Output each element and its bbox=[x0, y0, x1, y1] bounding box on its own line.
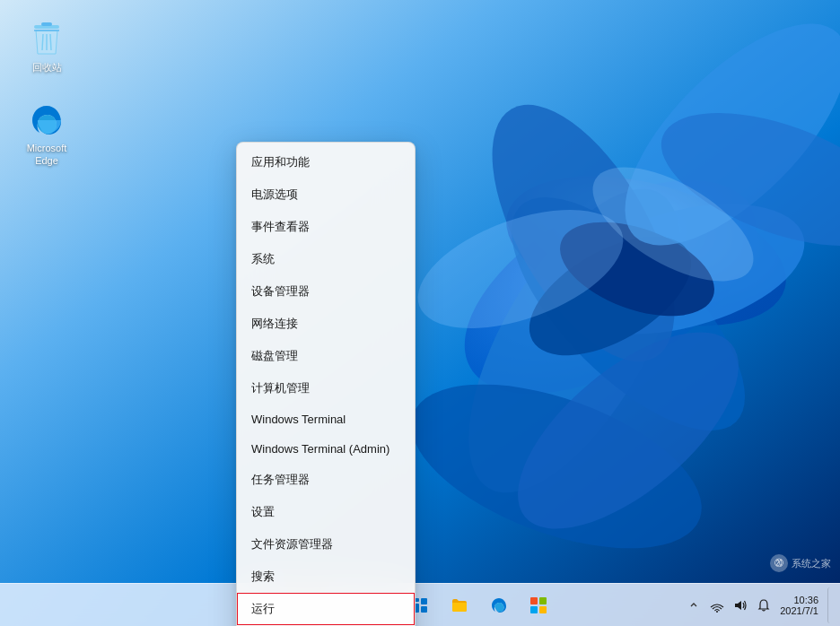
clock-date: 2021/7/1 bbox=[780, 605, 818, 616]
svg-rect-31 bbox=[421, 598, 427, 604]
svg-rect-35 bbox=[539, 597, 547, 604]
svg-line-19 bbox=[50, 34, 51, 50]
edge-label: Microsoft Edge bbox=[18, 142, 75, 168]
menu-item-event-viewer[interactable]: 事件查看器 bbox=[237, 211, 415, 243]
menu-item-search[interactable]: 搜索 bbox=[237, 561, 415, 593]
watermark-logo: ⑳ bbox=[770, 554, 788, 572]
wallpaper bbox=[0, 0, 840, 626]
menu-item-windows-terminal-admin[interactable]: Windows Terminal (Admin) bbox=[237, 434, 415, 464]
desktop: 回收站 Microsoft Edge 应用和功能 电源选项 事件查看器 系统 设… bbox=[0, 0, 840, 626]
svg-rect-33 bbox=[421, 606, 427, 613]
menu-item-file-explorer[interactable]: 文件资源管理器 bbox=[237, 528, 415, 561]
clock-time: 10:36 bbox=[793, 595, 818, 605]
recycle-bin-icon bbox=[29, 22, 65, 57]
watermark: ⑳ 系统之家 bbox=[770, 554, 831, 572]
context-menu: 应用和功能 电源选项 事件查看器 系统 设备管理器 网络连接 磁盘管理 计算机管… bbox=[236, 142, 416, 626]
svg-line-17 bbox=[42, 34, 43, 50]
menu-item-apps-features[interactable]: 应用和功能 bbox=[237, 146, 415, 178]
show-desktop-button[interactable] bbox=[827, 587, 833, 623]
desktop-icon-edge[interactable]: Microsoft Edge bbox=[14, 99, 79, 171]
taskbar-file-explorer-button[interactable] bbox=[442, 587, 477, 623]
svg-rect-37 bbox=[539, 606, 547, 613]
tray-network-icon[interactable] bbox=[706, 595, 728, 616]
desktop-icon-recycle-bin[interactable]: 回收站 bbox=[14, 18, 79, 77]
menu-item-computer-management[interactable]: 计算机管理 bbox=[237, 372, 415, 404]
taskbar-right: 10:36 2021/7/1 bbox=[683, 587, 840, 623]
menu-item-windows-terminal[interactable]: Windows Terminal bbox=[237, 404, 415, 434]
taskbar: 10:36 2021/7/1 bbox=[0, 583, 840, 626]
menu-item-system[interactable]: 系统 bbox=[237, 243, 415, 275]
taskbar-edge-button[interactable] bbox=[481, 587, 517, 623]
taskbar-store-button[interactable] bbox=[521, 587, 556, 623]
recycle-bin-label: 回收站 bbox=[32, 61, 62, 74]
watermark-text: 系统之家 bbox=[792, 557, 831, 570]
menu-item-run[interactable]: 运行 bbox=[237, 593, 415, 625]
tray-volume-icon[interactable] bbox=[730, 595, 751, 616]
svg-rect-16 bbox=[41, 22, 52, 26]
menu-item-network-connections[interactable]: 网络连接 bbox=[237, 308, 415, 340]
svg-point-38 bbox=[716, 611, 718, 613]
menu-item-task-manager[interactable]: 任务管理器 bbox=[237, 464, 415, 496]
tray-notification-icon[interactable] bbox=[753, 595, 774, 616]
edge-icon bbox=[29, 102, 65, 138]
menu-item-disk-management[interactable]: 磁盘管理 bbox=[237, 340, 415, 372]
menu-item-power-options[interactable]: 电源选项 bbox=[237, 178, 415, 211]
tray-icons bbox=[683, 595, 774, 616]
system-clock[interactable]: 10:36 2021/7/1 bbox=[780, 595, 822, 616]
svg-rect-34 bbox=[530, 597, 538, 604]
tray-chevron[interactable] bbox=[683, 595, 704, 616]
menu-item-settings[interactable]: 设置 bbox=[237, 496, 415, 528]
menu-item-device-manager[interactable]: 设备管理器 bbox=[237, 275, 415, 308]
svg-rect-36 bbox=[530, 606, 538, 613]
